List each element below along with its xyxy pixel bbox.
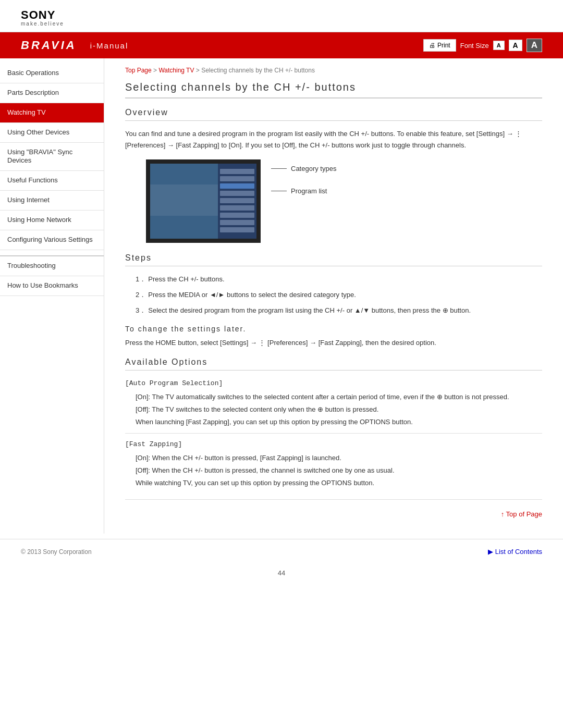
sidebar: Basic Operations Parts Description Watch… bbox=[0, 58, 104, 534]
footer: © 2013 Sony Corporation ▶ List of Conten… bbox=[0, 539, 563, 564]
sidebar-item-other-devices[interactable]: Using Other Devices bbox=[0, 123, 104, 143]
annotation-category: Category types bbox=[271, 165, 336, 172]
step-1: 1．Press the CH +/- buttons. bbox=[130, 274, 542, 285]
fast-on-text: [On]: When the CH +/- button is pressed,… bbox=[136, 452, 542, 464]
options-section: [Auto Program Selection] [On]: The TV au… bbox=[125, 378, 542, 489]
svg-rect-8 bbox=[220, 198, 254, 203]
svg-rect-6 bbox=[220, 183, 254, 189]
steps-list: 1．Press the CH +/- buttons. 2．Press the … bbox=[130, 274, 542, 316]
auto-on-text: [On]: The TV automatically switches to t… bbox=[136, 391, 542, 403]
breadcrumb-current: Selecting channels by the CH +/- buttons bbox=[201, 67, 315, 74]
top-of-page-link[interactable]: ↑ Top of Page bbox=[125, 510, 542, 518]
image-section: Category types Program list bbox=[146, 159, 542, 243]
sidebar-item-troubleshooting[interactable]: Troubleshooting bbox=[0, 255, 104, 276]
breadcrumb: Top Page > Watching TV > Selecting chann… bbox=[125, 67, 542, 74]
annotation-category-label: Category types bbox=[291, 165, 336, 172]
sidebar-item-using-internet[interactable]: Using Internet bbox=[0, 191, 104, 211]
print-button[interactable]: 🖨 Print bbox=[423, 39, 456, 52]
copyright: © 2013 Sony Corporation bbox=[21, 548, 92, 556]
breadcrumb-watching-tv[interactable]: Watching TV bbox=[158, 67, 194, 74]
breadcrumb-top-page[interactable]: Top Page bbox=[125, 67, 152, 74]
font-small-button[interactable]: A bbox=[493, 41, 505, 50]
svg-rect-11 bbox=[220, 220, 254, 225]
auto-note-text: When launching [Fast Zapping], you can s… bbox=[136, 416, 542, 428]
step-3: 3．Select the desired program from the pr… bbox=[130, 305, 542, 316]
tv-image bbox=[146, 159, 261, 243]
fast-note-text: While watching TV, you can set up this o… bbox=[136, 477, 542, 489]
header: SONY make.believe bbox=[0, 0, 563, 32]
content-area: Top Page > Watching TV > Selecting chann… bbox=[104, 58, 563, 534]
steps-heading: Steps bbox=[125, 253, 542, 266]
fast-zapping-label: [Fast Zapping] bbox=[125, 439, 542, 450]
overview-text: You can find and tune a desired program … bbox=[125, 128, 542, 151]
available-options-heading: Available Options bbox=[125, 357, 542, 371]
sidebar-item-bravia-sync[interactable]: Using "BRAVIA" Sync Devices bbox=[0, 143, 104, 171]
change-settings-text: Press the HOME button, select [Settings]… bbox=[125, 337, 542, 349]
sony-tagline: make.believe bbox=[21, 21, 542, 27]
main-layout: Basic Operations Parts Description Watch… bbox=[0, 58, 563, 534]
svg-rect-5 bbox=[220, 176, 254, 181]
svg-rect-9 bbox=[220, 205, 254, 211]
svg-rect-2 bbox=[150, 184, 218, 216]
font-size-label: Font Size bbox=[460, 42, 489, 50]
sidebar-item-parts-description[interactable]: Parts Description bbox=[0, 83, 104, 103]
tv-screen-svg bbox=[150, 164, 256, 239]
svg-rect-7 bbox=[220, 191, 254, 196]
list-of-contents-link[interactable]: ▶ List of Contents bbox=[488, 548, 542, 556]
toolbar-right: 🖨 Print Font Size A A A bbox=[423, 39, 542, 52]
auto-off-text: [Off]: The TV switches to the selected c… bbox=[136, 404, 542, 415]
list-of-contents[interactable]: ▶ List of Contents bbox=[488, 548, 542, 556]
page-number: 44 bbox=[0, 564, 563, 585]
font-medium-button[interactable]: A bbox=[509, 40, 522, 51]
imanual-label: i-Manual bbox=[90, 41, 129, 50]
top-bar: BRAVIA i-Manual 🖨 Print Font Size A A A bbox=[0, 32, 563, 58]
sidebar-item-bookmarks[interactable]: How to Use Bookmarks bbox=[0, 276, 104, 296]
auto-program-label: [Auto Program Selection] bbox=[125, 378, 542, 389]
print-icon: 🖨 bbox=[429, 42, 435, 49]
svg-rect-12 bbox=[220, 227, 254, 232]
page-title: Selecting channels by the CH +/- buttons bbox=[125, 81, 542, 98]
sidebar-item-watching-tv[interactable]: Watching TV bbox=[0, 103, 104, 123]
change-settings-heading: To change the settings later. bbox=[125, 325, 542, 333]
annotations: Category types Program list bbox=[271, 159, 336, 195]
fast-off-text: [Off]: When the CH +/- button is pressed… bbox=[136, 465, 542, 476]
font-large-button[interactable]: A bbox=[527, 39, 542, 52]
sony-logo: SONY bbox=[21, 9, 542, 21]
tv-screen bbox=[150, 164, 256, 239]
sidebar-item-home-network[interactable]: Using Home Network bbox=[0, 211, 104, 230]
annotation-program-label: Program list bbox=[291, 187, 327, 195]
step-2: 2．Press the MEDIA or ◄/► buttons to sele… bbox=[130, 289, 542, 301]
svg-rect-4 bbox=[220, 169, 254, 174]
sidebar-item-useful-functions[interactable]: Useful Functions bbox=[0, 171, 104, 191]
annotation-program: Program list bbox=[271, 187, 336, 195]
overview-heading: Overview bbox=[125, 108, 542, 121]
bravia-brand: BRAVIA bbox=[21, 39, 77, 52]
sidebar-item-basic-operations[interactable]: Basic Operations bbox=[0, 64, 104, 83]
sidebar-item-configuring-settings[interactable]: Configuring Various Settings bbox=[0, 230, 104, 250]
svg-rect-10 bbox=[220, 213, 254, 218]
top-of-page-anchor[interactable]: ↑ Top of Page bbox=[501, 510, 542, 518]
